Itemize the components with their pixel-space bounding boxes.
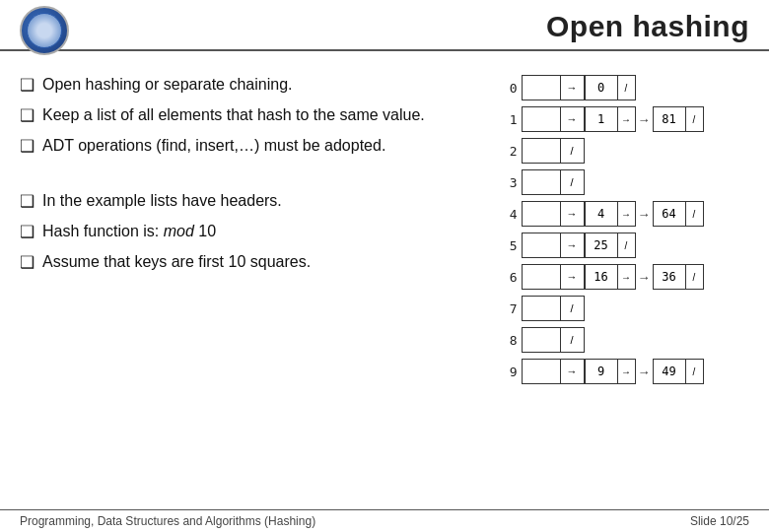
- footer-right: Slide 10/25: [690, 514, 749, 528]
- row-index-2: 2: [500, 144, 518, 159]
- bullet-sym-5: ❑: [20, 221, 35, 244]
- chain-arrow: →: [638, 365, 651, 379]
- hash-row-2: 2/: [500, 136, 704, 166]
- hash-cell-6: [522, 264, 561, 290]
- chain-ptr-6-1: /: [686, 264, 704, 290]
- hash-row-5: 5→25/: [500, 231, 704, 260]
- chain-cell-0-0: 0: [585, 75, 618, 100]
- row-index-5: 5: [500, 238, 518, 253]
- hash-ptr-0: →: [561, 75, 585, 100]
- hash-table: 0→0/1→1→→81/2/3/4→4→→64/5→25/6→16→→36/7/…: [500, 73, 704, 388]
- chain-cell-4-1: 64: [653, 201, 686, 227]
- hash-row-0: 0→0/: [500, 73, 704, 102]
- hash-ptr-4: →: [561, 201, 585, 227]
- hash-cell-2: [522, 138, 561, 164]
- hash-ptr-8: /: [561, 327, 585, 353]
- row-index-0: 0: [500, 81, 518, 96]
- hash-cell-0: [522, 75, 561, 100]
- chain-ptr-9-1: /: [686, 359, 704, 384]
- bullet-text-4: In the example lists have headers.: [42, 189, 282, 212]
- bullet-sym-2: ❑: [20, 104, 35, 128]
- hash-cell-4: [522, 201, 561, 227]
- chain-ptr-4-0: →: [618, 201, 636, 227]
- row-index-8: 8: [500, 333, 518, 348]
- chain-arrow: →: [638, 207, 651, 222]
- chain-arrow: →: [638, 270, 651, 285]
- bullet-4: ❑ In the example lists have headers.: [20, 189, 444, 214]
- chain-ptr-0-0: /: [618, 75, 636, 100]
- hash-ptr-6: →: [561, 264, 585, 290]
- page-title: Open hashing: [546, 10, 749, 43]
- footer: Programming, Data Structures and Algorit…: [0, 509, 769, 532]
- chain-ptr-4-1: /: [686, 201, 704, 227]
- chain-cell-6-0: 16: [585, 264, 618, 290]
- bullet-text-1: Open hashing or separate chaining.: [42, 73, 293, 96]
- chain-cell-1-0: 1: [585, 106, 618, 132]
- chain-ptr-6-0: →: [618, 264, 636, 290]
- logo-inner: [27, 13, 62, 48]
- bullet-3: ❑ ADT operations (find, insert,…) must b…: [20, 134, 444, 159]
- bullet-sym-1: ❑: [20, 74, 35, 98]
- row-index-9: 9: [500, 365, 518, 379]
- logo-circle: [20, 6, 69, 55]
- footer-left: Programming, Data Structures and Algorit…: [20, 514, 315, 528]
- row-index-4: 4: [500, 207, 518, 222]
- bullet-sym-4: ❑: [20, 190, 35, 214]
- bullet-text-3: ADT operations (find, insert,…) must be …: [42, 134, 385, 157]
- hash-row-4: 4→4→→64/: [500, 199, 704, 229]
- hash-cell-7: [522, 296, 561, 321]
- bullet-sym-6: ❑: [20, 251, 35, 275]
- row-index-7: 7: [500, 301, 518, 316]
- bullet-text-2: Keep a list of all elements that hash to…: [42, 103, 425, 126]
- hash-cell-3: [522, 169, 561, 195]
- chain-ptr-1-0: →: [618, 106, 636, 132]
- hash-row-8: 8/: [500, 325, 704, 355]
- hash-cell-1: [522, 106, 561, 132]
- hash-ptr-9: →: [561, 359, 585, 384]
- hash-row-1: 1→1→→81/: [500, 104, 704, 134]
- logo: [20, 6, 69, 55]
- hash-cell-8: [522, 327, 561, 353]
- hash-row-3: 3/: [500, 167, 704, 197]
- chain-cell-4-0: 4: [585, 201, 618, 227]
- bullet-2: ❑ Keep a list of all elements that hash …: [20, 103, 444, 128]
- bullet-list: ❑ Open hashing or separate chaining. ❑ K…: [20, 69, 444, 495]
- chain-cell-9-1: 49: [653, 359, 686, 384]
- row-index-6: 6: [500, 270, 518, 285]
- chain-cell-6-1: 36: [653, 264, 686, 290]
- hash-diagram: 0→0/1→1→→81/2/3/4→4→→64/5→25/6→16→→36/7/…: [454, 69, 749, 495]
- hash-cell-5: [522, 233, 561, 258]
- hash-ptr-7: /: [561, 296, 585, 321]
- hash-ptr-2: /: [561, 138, 585, 164]
- hash-row-7: 7/: [500, 294, 704, 323]
- chain-arrow: →: [638, 112, 651, 127]
- bullet-5: ❑ Hash function is: mod 10: [20, 220, 444, 244]
- hash-ptr-3: /: [561, 169, 585, 195]
- spacer-1: [20, 164, 444, 183]
- bullet-1: ❑ Open hashing or separate chaining.: [20, 73, 444, 98]
- hash-row-9: 9→9→→49/: [500, 357, 704, 386]
- hash-ptr-1: →: [561, 106, 585, 132]
- bullet-sym-3: ❑: [20, 135, 35, 159]
- bullet-6: ❑ Assume that keys are first 10 squares.: [20, 250, 444, 275]
- chain-cell-1-1: 81: [653, 106, 686, 132]
- bullet-text-5: Hash function is: mod 10: [42, 220, 216, 242]
- hash-row-6: 6→16→→36/: [500, 262, 704, 292]
- chain-cell-5-0: 25: [585, 233, 618, 258]
- chain-cell-9-0: 9: [585, 359, 618, 384]
- chain-ptr-5-0: /: [618, 233, 636, 258]
- bullet-text-6: Assume that keys are first 10 squares.: [42, 250, 311, 273]
- chain-ptr-1-1: /: [686, 106, 704, 132]
- row-index-1: 1: [500, 112, 518, 127]
- row-index-3: 3: [500, 175, 518, 190]
- hash-cell-9: [522, 359, 561, 384]
- hash-ptr-5: →: [561, 233, 585, 258]
- main-content: ❑ Open hashing or separate chaining. ❑ K…: [0, 51, 769, 504]
- chain-ptr-9-0: →: [618, 359, 636, 384]
- header: Open hashing: [0, 0, 769, 51]
